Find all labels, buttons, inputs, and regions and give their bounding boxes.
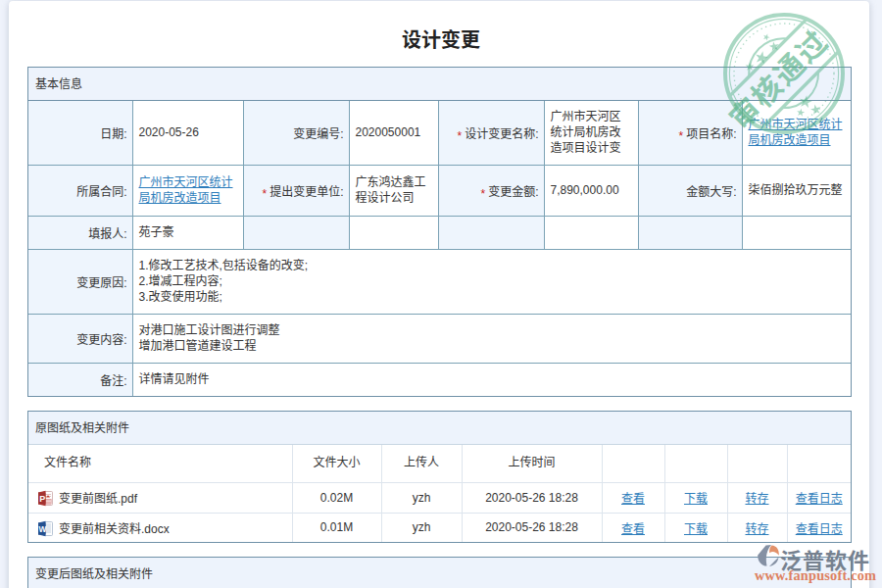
svg-text:W: W — [39, 524, 48, 534]
svg-text:P: P — [39, 494, 45, 504]
